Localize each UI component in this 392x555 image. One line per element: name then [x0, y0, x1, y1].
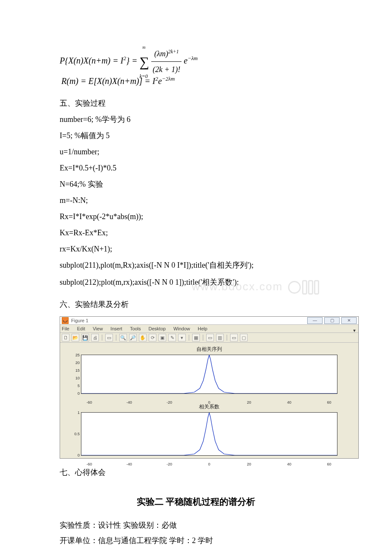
- datatip-icon[interactable]: ▣: [159, 334, 166, 341]
- menu-tools[interactable]: Tools: [130, 324, 141, 333]
- plot1-title: 自相关序列: [63, 344, 355, 354]
- menu-bar: File Edit View Insert Tools Desktop Wind…: [60, 325, 358, 333]
- plot2-axes[interactable]: 0 0.5 1 -60 -40 -20 0 20 40 60: [81, 412, 337, 456]
- menu-file[interactable]: File: [62, 324, 69, 333]
- plot1-yticks: 0 5 10 15 20 25: [71, 355, 81, 393]
- code-line: m=-N:N;: [60, 193, 332, 208]
- code-line: number=6; %学号为 6: [60, 112, 332, 127]
- new-icon[interactable]: 🗋: [62, 334, 69, 341]
- code-line: subplot(211),plot(m,Rx);axis([-N N 0 I*I…: [60, 257, 332, 273]
- brush-icon[interactable]: ✎: [168, 334, 176, 341]
- minimize-button[interactable]: —: [307, 317, 323, 324]
- window-titlebar[interactable]: Figure 1 — ▢ ✕: [60, 317, 358, 325]
- code-line: I=5; %幅值为 5: [60, 128, 332, 143]
- tool-bar: 🗋 📂 💾 🖨 ▭ 🔍 🔎 ✋ ⟳ ▣ ✎ ▾ ▦ ▭ ▥ ▭ ▢: [60, 333, 358, 343]
- code-line: Rx=I*I*exp(-2*u*abs(m));: [60, 209, 332, 224]
- figure-window: Figure 1 — ▢ ✕ File Edit View Insert Too…: [60, 316, 359, 459]
- menu-insert[interactable]: Insert: [110, 324, 122, 333]
- matlab-icon: [62, 317, 69, 324]
- menu-view[interactable]: View: [93, 324, 103, 333]
- watermark: www.bdocx.com: [192, 271, 319, 304]
- open-icon[interactable]: 📂: [72, 334, 79, 341]
- show-icon[interactable]: ▢: [240, 334, 248, 341]
- plot1-curve: [81, 355, 337, 393]
- rotate-icon[interactable]: ⟳: [149, 334, 156, 341]
- code-line: Kx=Rx-Ex*Ex;: [60, 225, 332, 240]
- menu-help[interactable]: Help: [198, 324, 208, 333]
- zoom-in-icon[interactable]: 🔍: [119, 334, 127, 341]
- close-button[interactable]: ✕: [341, 317, 357, 324]
- save-icon[interactable]: 💾: [81, 334, 89, 341]
- maximize-button[interactable]: ▢: [324, 317, 340, 324]
- menu-edit[interactable]: Edit: [77, 324, 85, 333]
- menu-dropdown-icon[interactable]: ▾: [353, 326, 356, 335]
- exp2-line-a: 实验性质：设计性 实验级别：必做: [60, 517, 332, 533]
- section-7-heading: 七、心得体会: [60, 465, 332, 480]
- hide-icon[interactable]: ▭: [230, 334, 238, 341]
- experiment-2-heading: 实验二 平稳随机过程的谱分析: [60, 493, 332, 511]
- code-line: Ex=I*0.5+(-I)*0.5: [60, 160, 332, 176]
- link-icon[interactable]: ▾: [178, 334, 186, 341]
- colorbar-icon[interactable]: ▦: [192, 334, 200, 341]
- equation-autocorr: R(m) = E[X(n)X(n+m)] = I2e−2λm: [61, 72, 332, 90]
- legend-icon[interactable]: ▭: [206, 334, 214, 341]
- plot2-yticks: 0 0.5 1: [71, 413, 81, 455]
- plot2-title: 相关系数: [63, 402, 355, 412]
- exp2-line-b: 开课单位：信息与通信工程学院 学时：2 学时: [60, 533, 332, 548]
- pan-icon[interactable]: ✋: [139, 334, 147, 341]
- plot2-curve: [81, 413, 337, 455]
- code-line: rx=Kx/Kx(N+1);: [60, 241, 332, 257]
- menu-window[interactable]: Window: [173, 324, 190, 333]
- code-line: N=64;% 实验: [60, 176, 332, 192]
- code-line: u=1/number;: [60, 144, 332, 159]
- axes-icon[interactable]: ▥: [216, 334, 224, 341]
- zoom-out-icon[interactable]: 🔎: [129, 334, 137, 341]
- equation-probability: P{X(n)X(n+m) = I2} = ∑ ∞ k=0 (λm)2k+1 (2…: [60, 46, 332, 69]
- plot1-axes[interactable]: 0 5 10 15 20 25 -60 -40 -20 0 20 40: [81, 355, 337, 394]
- section-5-heading: 五、实验过程: [60, 95, 332, 111]
- print-icon[interactable]: 🖨: [91, 334, 99, 341]
- menu-desktop[interactable]: Desktop: [149, 324, 166, 333]
- pointer-icon[interactable]: ▭: [105, 334, 113, 341]
